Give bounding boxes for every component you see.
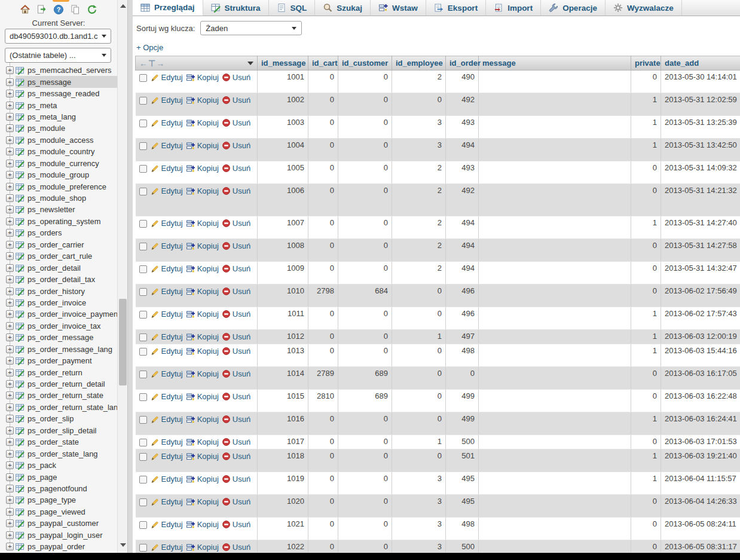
copy-link[interactable]: Kopiuj (186, 164, 219, 173)
expand-icon[interactable]: + (6, 171, 14, 179)
copy-link[interactable]: Kopiuj (186, 310, 219, 319)
sidebar-item-ps_pagenotfound[interactable]: +ps_pagenotfound (0, 483, 117, 494)
row-checkbox[interactable] (139, 439, 147, 446)
copy-link[interactable]: Kopiuj (186, 452, 219, 461)
sidebar-item-ps_order_cart_rule[interactable]: +ps_order_cart_rule (0, 250, 117, 262)
delete-link[interactable]: Usuń (222, 520, 250, 529)
row-checkbox[interactable] (139, 371, 147, 378)
column-header-id_employee[interactable]: id_employee (392, 56, 446, 71)
expand-icon[interactable]: + (6, 508, 14, 516)
sidebar-item-ps_page[interactable]: +ps_page (0, 471, 117, 482)
expand-icon[interactable]: + (6, 124, 14, 132)
delete-link[interactable]: Usuń (222, 141, 250, 150)
edit-link[interactable]: Edytuj (151, 186, 183, 195)
expand-icon[interactable]: + (6, 322, 14, 330)
copy-link[interactable]: Kopiuj (186, 186, 219, 195)
panel-resizer[interactable] (127, 0, 133, 553)
sidebar-item-ps_module_shop[interactable]: +ps_module_shop (0, 192, 117, 204)
sidebar-item-ps_module[interactable]: +ps_module (0, 123, 117, 134)
expand-icon[interactable]: + (6, 333, 14, 341)
scroll-up-icon[interactable] (120, 4, 126, 8)
row-checkbox[interactable] (139, 348, 147, 356)
tab-import[interactable]: Import (486, 0, 541, 16)
edit-link[interactable]: Edytuj (151, 437, 183, 446)
delete-link[interactable]: Usuń (222, 437, 250, 446)
delete-link[interactable]: Usuń (222, 164, 250, 173)
column-header-message[interactable]: message (479, 56, 631, 71)
copy-link[interactable]: Kopiuj (186, 392, 219, 401)
expand-icon[interactable]: + (6, 391, 14, 399)
delete-link[interactable]: Usuń (222, 347, 250, 356)
sidebar-item-ps_order_return_state[interactable]: +ps_order_return_state (0, 390, 117, 401)
expand-icon[interactable]: + (6, 485, 14, 492)
sidebar-item-ps_pack[interactable]: +ps_pack (0, 460, 117, 471)
row-checkbox[interactable] (139, 188, 147, 195)
scroll-down-icon[interactable] (120, 543, 126, 547)
row-checkbox[interactable] (139, 476, 147, 484)
help-icon[interactable]: ? (53, 4, 64, 15)
edit-link[interactable]: Edytuj (151, 392, 183, 401)
row-checkbox[interactable] (139, 220, 147, 228)
sidebar-item-ps_paypal_login_user[interactable]: +ps_paypal_login_user (0, 530, 117, 541)
tab-triggers[interactable]: Wyzwalacze (606, 0, 682, 16)
copy-link[interactable]: Kopiuj (186, 73, 219, 82)
row-checkbox[interactable] (139, 288, 147, 296)
edit-link[interactable]: Edytuj (151, 241, 183, 250)
expand-icon[interactable]: + (6, 241, 14, 249)
sidebar-item-ps_module_country[interactable]: +ps_module_country (0, 146, 117, 157)
docs-icon[interactable] (70, 4, 81, 15)
delete-link[interactable]: Usuń (222, 452, 250, 461)
sidebar-item-ps_memcached_servers[interactable]: +ps_memcached_servers (0, 65, 117, 76)
sidebar-scrollbar[interactable] (117, 0, 127, 553)
edit-link[interactable]: Edytuj (151, 310, 183, 319)
expand-icon[interactable]: + (6, 264, 14, 272)
actions-header[interactable]: ←⊤→ (136, 56, 258, 71)
expand-icon[interactable]: + (6, 287, 14, 295)
sidebar-item-ps_module_access[interactable]: +ps_module_access (0, 134, 117, 146)
expand-icon[interactable]: + (6, 345, 14, 353)
expand-icon[interactable]: + (6, 310, 14, 318)
delete-link[interactable]: Usuń (222, 264, 250, 273)
expand-icon[interactable]: + (6, 299, 14, 307)
expand-icon[interactable]: + (6, 276, 14, 283)
sidebar-item-ps_order_return_detail[interactable]: +ps_order_return_detail (0, 378, 117, 390)
tab-browse[interactable]: Przeglądaj (133, 0, 203, 16)
sidebar-item-ps_meta[interactable]: +ps_meta (0, 99, 117, 111)
copy-link[interactable]: Kopiuj (186, 347, 219, 356)
row-checkbox[interactable] (139, 521, 147, 529)
expand-icon[interactable]: + (6, 415, 14, 423)
delete-link[interactable]: Usuń (222, 219, 250, 228)
row-checkbox[interactable] (139, 498, 147, 506)
options-dropdown-icon[interactable] (247, 62, 253, 65)
edit-link[interactable]: Edytuj (151, 164, 183, 173)
tab-export[interactable]: Eksport (426, 0, 486, 16)
sidebar-item-ps_newsletter[interactable]: +ps_newsletter (0, 204, 117, 215)
tab-structure[interactable]: Struktura (203, 0, 269, 16)
column-header-date_add[interactable]: date_add (661, 56, 740, 71)
edit-link[interactable]: Edytuj (151, 543, 183, 552)
options-toggle-link[interactable]: + Opcje (136, 43, 163, 52)
edit-link[interactable]: Edytuj (151, 73, 183, 82)
copy-link[interactable]: Kopiuj (186, 475, 219, 484)
copy-link[interactable]: Kopiuj (186, 437, 219, 446)
tab-operations[interactable]: Operacje (541, 0, 606, 16)
delete-link[interactable]: Usuń (222, 543, 250, 552)
edit-link[interactable]: Edytuj (151, 369, 183, 378)
sidebar-item-ps_meta_lang[interactable]: +ps_meta_lang (0, 111, 117, 123)
sidebar-item-ps_order_state_lang[interactable]: +ps_order_state_lang (0, 448, 117, 459)
sidebar-item-ps_module_currency[interactable]: +ps_module_currency (0, 158, 117, 169)
refresh-icon[interactable] (87, 4, 97, 15)
copy-link[interactable]: Kopiuj (186, 241, 219, 250)
copy-link[interactable]: Kopiuj (186, 497, 219, 506)
sidebar-item-ps_order_slip[interactable]: +ps_order_slip (0, 413, 117, 424)
expand-icon[interactable]: + (6, 380, 14, 388)
expand-icon[interactable]: + (6, 438, 14, 446)
sidebar-item-ps_message[interactable]: +ps_message (0, 76, 117, 87)
row-checkbox[interactable] (139, 142, 147, 150)
expand-icon[interactable]: + (6, 218, 14, 225)
delete-link[interactable]: Usuń (222, 332, 250, 341)
copy-link[interactable]: Kopiuj (186, 219, 219, 228)
copy-link[interactable]: Kopiuj (186, 287, 219, 296)
expand-icon[interactable]: + (6, 357, 14, 365)
expand-icon[interactable]: + (6, 229, 14, 237)
